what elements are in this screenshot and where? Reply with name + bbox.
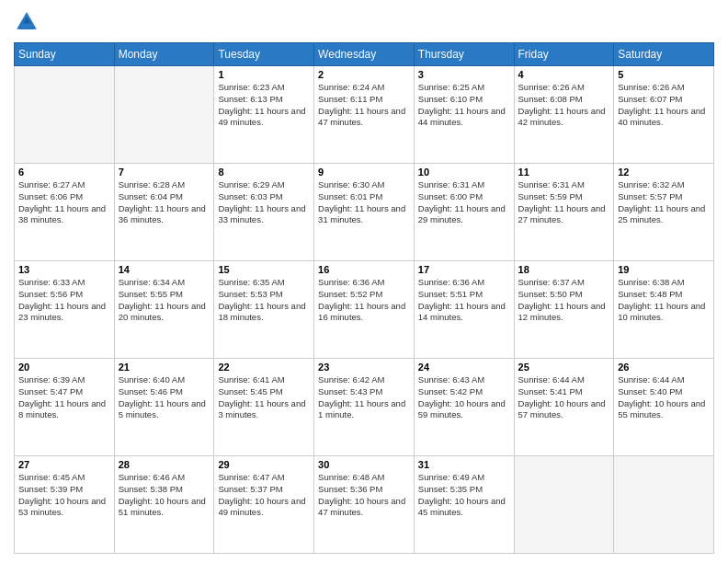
day-info: Sunrise: 6:47 AMSunset: 5:37 PMDaylight:… [218, 472, 310, 519]
week-row-3: 13Sunrise: 6:33 AMSunset: 5:56 PMDayligh… [15, 261, 714, 359]
weekday-sunday: Sunday [15, 43, 115, 66]
day-number: 4 [518, 69, 610, 80]
calendar-cell [114, 66, 214, 164]
day-number: 13 [18, 264, 110, 275]
day-info: Sunrise: 6:40 AMSunset: 5:46 PMDaylight:… [119, 374, 210, 421]
day-number: 6 [18, 167, 110, 178]
calendar-cell: 28Sunrise: 6:46 AMSunset: 5:38 PMDayligh… [114, 456, 214, 554]
day-info: Sunrise: 6:31 AMSunset: 6:00 PMDaylight:… [418, 179, 510, 226]
calendar-cell: 23Sunrise: 6:42 AMSunset: 5:43 PMDayligh… [314, 359, 415, 456]
weekday-friday: Friday [514, 43, 614, 66]
calendar-cell: 22Sunrise: 6:41 AMSunset: 5:45 PMDayligh… [214, 359, 314, 456]
calendar-cell: 2Sunrise: 6:24 AMSunset: 6:11 PMDaylight… [314, 66, 415, 164]
calendar-cell: 14Sunrise: 6:34 AMSunset: 5:55 PMDayligh… [114, 261, 214, 359]
day-number: 12 [618, 167, 710, 178]
week-row-1: 1Sunrise: 6:23 AMSunset: 6:13 PMDaylight… [15, 66, 714, 164]
day-number: 18 [518, 264, 610, 275]
calendar-cell: 19Sunrise: 6:38 AMSunset: 5:48 PMDayligh… [614, 261, 714, 359]
day-number: 29 [218, 459, 310, 470]
calendar-cell: 1Sunrise: 6:23 AMSunset: 6:13 PMDaylight… [214, 66, 314, 164]
weekday-monday: Monday [114, 43, 214, 66]
calendar-cell: 15Sunrise: 6:35 AMSunset: 5:53 PMDayligh… [214, 261, 314, 359]
calendar-cell: 13Sunrise: 6:33 AMSunset: 5:56 PMDayligh… [15, 261, 115, 359]
day-info: Sunrise: 6:32 AMSunset: 5:57 PMDaylight:… [618, 179, 710, 226]
weekday-thursday: Thursday [414, 43, 514, 66]
day-number: 1 [218, 69, 310, 80]
calendar-cell: 21Sunrise: 6:40 AMSunset: 5:46 PMDayligh… [114, 359, 214, 456]
day-info: Sunrise: 6:42 AMSunset: 5:43 PMDaylight:… [318, 374, 410, 421]
day-info: Sunrise: 6:23 AMSunset: 6:13 PMDaylight:… [218, 82, 310, 129]
calendar-cell: 18Sunrise: 6:37 AMSunset: 5:50 PMDayligh… [514, 261, 614, 359]
day-number: 25 [518, 362, 610, 373]
calendar-cell: 4Sunrise: 6:26 AMSunset: 6:08 PMDaylight… [514, 66, 614, 164]
day-info: Sunrise: 6:33 AMSunset: 5:56 PMDaylight:… [18, 277, 110, 324]
day-number: 2 [318, 69, 410, 80]
day-info: Sunrise: 6:39 AMSunset: 5:47 PMDaylight:… [18, 374, 110, 421]
calendar-cell: 29Sunrise: 6:47 AMSunset: 5:37 PMDayligh… [214, 456, 314, 554]
day-number: 24 [418, 362, 510, 373]
day-number: 31 [418, 459, 510, 470]
header [14, 9, 714, 35]
day-info: Sunrise: 6:30 AMSunset: 6:01 PMDaylight:… [318, 179, 410, 226]
calendar-cell: 8Sunrise: 6:29 AMSunset: 6:03 PMDaylight… [214, 164, 314, 261]
calendar-cell [514, 456, 614, 554]
day-info: Sunrise: 6:27 AMSunset: 6:06 PMDaylight:… [18, 179, 110, 226]
calendar-cell: 17Sunrise: 6:36 AMSunset: 5:51 PMDayligh… [414, 261, 514, 359]
day-number: 19 [618, 264, 710, 275]
day-number: 14 [119, 264, 210, 275]
day-info: Sunrise: 6:26 AMSunset: 6:07 PMDaylight:… [618, 82, 710, 129]
day-number: 27 [18, 459, 110, 470]
day-number: 30 [318, 459, 410, 470]
calendar-cell: 7Sunrise: 6:28 AMSunset: 6:04 PMDaylight… [114, 164, 214, 261]
day-info: Sunrise: 6:45 AMSunset: 5:39 PMDaylight:… [18, 472, 110, 519]
day-info: Sunrise: 6:44 AMSunset: 5:40 PMDaylight:… [618, 374, 710, 421]
page: SundayMondayTuesdayWednesdayThursdayFrid… [0, 0, 728, 563]
day-info: Sunrise: 6:31 AMSunset: 5:59 PMDaylight:… [518, 179, 610, 226]
weekday-saturday: Saturday [614, 43, 714, 66]
day-number: 8 [218, 167, 310, 178]
day-number: 22 [218, 362, 310, 373]
day-info: Sunrise: 6:35 AMSunset: 5:53 PMDaylight:… [218, 277, 310, 324]
day-info: Sunrise: 6:24 AMSunset: 6:11 PMDaylight:… [318, 82, 410, 129]
day-info: Sunrise: 6:43 AMSunset: 5:42 PMDaylight:… [418, 374, 510, 421]
day-number: 17 [418, 264, 510, 275]
calendar-cell [15, 66, 115, 164]
calendar-cell: 16Sunrise: 6:36 AMSunset: 5:52 PMDayligh… [314, 261, 415, 359]
day-number: 15 [218, 264, 310, 275]
calendar-cell: 25Sunrise: 6:44 AMSunset: 5:41 PMDayligh… [514, 359, 614, 456]
calendar-cell: 27Sunrise: 6:45 AMSunset: 5:39 PMDayligh… [15, 456, 115, 554]
calendar-cell: 24Sunrise: 6:43 AMSunset: 5:42 PMDayligh… [414, 359, 514, 456]
day-info: Sunrise: 6:38 AMSunset: 5:48 PMDaylight:… [618, 277, 710, 324]
day-info: Sunrise: 6:34 AMSunset: 5:55 PMDaylight:… [119, 277, 210, 324]
calendar-cell: 6Sunrise: 6:27 AMSunset: 6:06 PMDaylight… [15, 164, 115, 261]
day-number: 11 [518, 167, 610, 178]
calendar-cell: 5Sunrise: 6:26 AMSunset: 6:07 PMDaylight… [614, 66, 714, 164]
day-number: 28 [119, 459, 210, 470]
weekday-tuesday: Tuesday [214, 43, 314, 66]
calendar-cell: 31Sunrise: 6:49 AMSunset: 5:35 PMDayligh… [414, 456, 514, 554]
calendar-cell: 10Sunrise: 6:31 AMSunset: 6:00 PMDayligh… [414, 164, 514, 261]
day-info: Sunrise: 6:46 AMSunset: 5:38 PMDaylight:… [119, 472, 210, 519]
day-info: Sunrise: 6:36 AMSunset: 5:52 PMDaylight:… [318, 277, 410, 324]
logo-icon [14, 9, 40, 35]
calendar-cell: 30Sunrise: 6:48 AMSunset: 5:36 PMDayligh… [314, 456, 415, 554]
day-number: 26 [618, 362, 710, 373]
weekday-header-row: SundayMondayTuesdayWednesdayThursdayFrid… [15, 43, 714, 66]
day-info: Sunrise: 6:49 AMSunset: 5:35 PMDaylight:… [418, 472, 510, 519]
weekday-wednesday: Wednesday [314, 43, 415, 66]
day-info: Sunrise: 6:28 AMSunset: 6:04 PMDaylight:… [119, 179, 210, 226]
week-row-2: 6Sunrise: 6:27 AMSunset: 6:06 PMDaylight… [15, 164, 714, 261]
day-number: 5 [618, 69, 710, 80]
calendar-cell: 11Sunrise: 6:31 AMSunset: 5:59 PMDayligh… [514, 164, 614, 261]
day-number: 10 [418, 167, 510, 178]
day-info: Sunrise: 6:44 AMSunset: 5:41 PMDaylight:… [518, 374, 610, 421]
calendar-cell: 12Sunrise: 6:32 AMSunset: 5:57 PMDayligh… [614, 164, 714, 261]
day-info: Sunrise: 6:26 AMSunset: 6:08 PMDaylight:… [518, 82, 610, 129]
calendar-cell [614, 456, 714, 554]
day-number: 20 [18, 362, 110, 373]
day-number: 21 [119, 362, 210, 373]
day-number: 23 [318, 362, 410, 373]
day-info: Sunrise: 6:29 AMSunset: 6:03 PMDaylight:… [218, 179, 310, 226]
calendar-table: SundayMondayTuesdayWednesdayThursdayFrid… [14, 42, 714, 554]
calendar-cell: 20Sunrise: 6:39 AMSunset: 5:47 PMDayligh… [15, 359, 115, 456]
